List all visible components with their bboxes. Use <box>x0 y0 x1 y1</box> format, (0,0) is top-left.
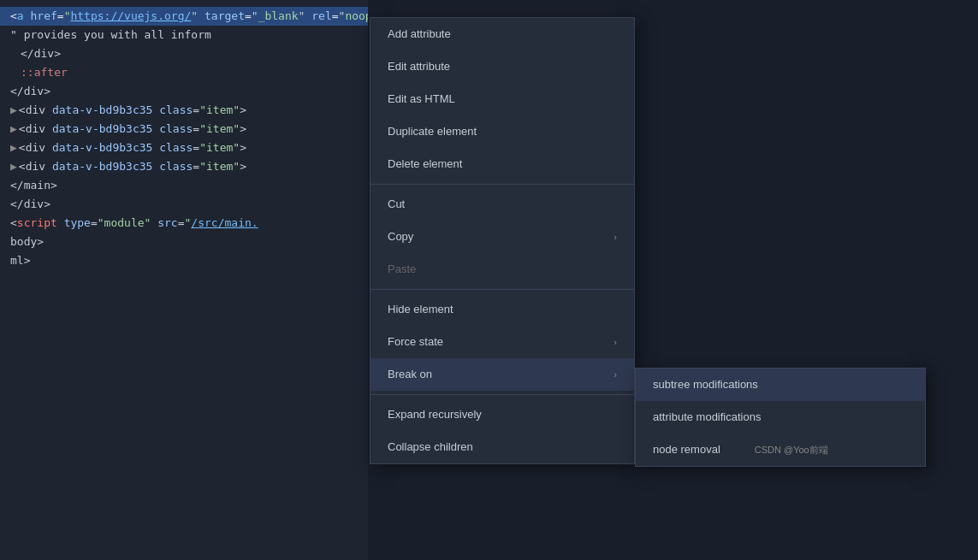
code-line: ▶<div data-v-bd9b3c35 class="item"> <box>0 101 368 120</box>
code-line: " provides you with all inform <box>0 26 368 44</box>
code-text: ml> <box>10 254 30 267</box>
code-line: ::after <box>0 63 368 82</box>
code-line: body> <box>0 233 368 251</box>
menu-item-label: Paste <box>388 260 416 279</box>
watermark-inline: CSDN @Yoo前端 <box>755 440 828 459</box>
menu-item-collapse-children[interactable]: Collapse children <box>370 431 634 463</box>
submenu-item-label: attribute modifications <box>653 408 761 427</box>
menu-item-label: Cut <box>388 195 405 214</box>
code-line: ml> <box>0 251 368 270</box>
menu-item-edit-attribute[interactable]: Edit attribute <box>370 50 634 83</box>
code-line: ▶<div data-v-bd9b3c35 class="item"> <box>0 139 368 157</box>
menu-separator-2 <box>370 289 634 290</box>
menu-item-label: Break on <box>388 365 432 384</box>
submenu-arrow-icon: › <box>613 333 617 351</box>
code-line: ▶<div data-v-bd9b3c35 class="item"> <box>0 120 368 139</box>
menu-item-label: Hide element <box>388 300 453 319</box>
menu-item-edit-as-html[interactable]: Edit as HTML <box>370 83 634 115</box>
context-menu: Add attribute Edit attribute Edit as HTM… <box>370 17 635 464</box>
menu-separator-1 <box>370 184 634 185</box>
code-text: <div data-v-bd9b3c35 class="item"> <box>19 103 246 116</box>
menu-item-copy[interactable]: Copy › <box>370 221 634 253</box>
menu-item-paste: Paste <box>370 253 634 286</box>
code-text: <div data-v-bd9b3c35 class="item"> <box>19 122 246 135</box>
submenu-arrow-icon: › <box>613 365 617 384</box>
code-text: ::after <box>21 66 68 79</box>
menu-item-force-state[interactable]: Force state › <box>370 326 634 358</box>
submenu-item-label: subtree modifications <box>653 375 758 394</box>
code-text: " provides you with all inform <box>10 28 211 41</box>
code-line: <script type="module" src="/src/main. <box>0 214 368 233</box>
code-text: body> <box>10 235 44 248</box>
menu-item-add-attribute[interactable]: Add attribute <box>370 18 634 50</box>
submenu-arrow-icon: › <box>613 227 617 246</box>
expand-triangle[interactable]: ▶ <box>10 103 17 116</box>
link-text[interactable]: https://vuejs.org/ <box>70 9 191 22</box>
code-text: <div data-v-bd9b3c35 class="item"> <box>19 141 246 154</box>
code-text: </div> <box>21 47 61 60</box>
menu-item-label: Collapse children <box>388 438 473 457</box>
menu-separator-3 <box>370 394 634 395</box>
submenu-item-label: node removal <box>653 440 720 459</box>
menu-item-hide-element[interactable]: Hide element <box>370 293 634 326</box>
menu-item-label: Expand recursively <box>388 405 482 424</box>
menu-item-label: Duplicate element <box>388 122 477 141</box>
menu-item-cut[interactable]: Cut <box>370 188 634 221</box>
code-text: <div data-v-bd9b3c35 class="item"> <box>19 160 246 173</box>
code-line: </div> <box>0 82 368 101</box>
menu-item-label: Delete element <box>388 155 462 174</box>
menu-item-label: Add attribute <box>388 25 451 44</box>
link-text[interactable]: /src/main. <box>191 216 258 229</box>
code-panel: <a href="https://vuejs.org/" target="_bl… <box>0 0 368 560</box>
menu-item-label: Edit as HTML <box>388 90 455 109</box>
code-text: </div> <box>10 197 50 210</box>
code-text: <script type="module" src="/src/main. <box>10 216 258 229</box>
code-line: </div> <box>0 195 368 214</box>
menu-item-duplicate-element[interactable]: Duplicate element <box>370 115 634 148</box>
code-line: ▶<div data-v-bd9b3c35 class="item"> <box>0 157 368 176</box>
menu-item-label: Copy <box>388 227 413 246</box>
code-text: </div> <box>10 85 50 97</box>
expand-triangle[interactable]: ▶ <box>10 122 17 135</box>
menu-item-label: Force state <box>388 333 443 351</box>
code-text: </main> <box>10 179 57 192</box>
code-line: <a href="https://vuejs.org/" target="_bl… <box>0 7 368 26</box>
menu-item-delete-element[interactable]: Delete element <box>370 148 634 180</box>
submenu-item-subtree-modifications[interactable]: subtree modifications <box>636 368 925 401</box>
code-line: </main> <box>0 176 368 195</box>
submenu-item-attribute-modifications[interactable]: attribute modifications <box>636 401 925 433</box>
expand-triangle[interactable]: ▶ <box>10 160 17 173</box>
menu-item-break-on[interactable]: Break on › <box>370 358 634 391</box>
expand-triangle[interactable]: ▶ <box>10 141 17 154</box>
code-text: <a href="https://vuejs.org/" target="_bl… <box>10 9 368 22</box>
menu-item-expand-recursively[interactable]: Expand recursively <box>370 398 634 431</box>
submenu-item-node-removal[interactable]: node removal CSDN @Yoo前端 <box>636 433 925 466</box>
menu-item-label: Edit attribute <box>388 57 450 76</box>
code-line: </div> <box>0 44 368 63</box>
break-on-submenu: subtree modifications attribute modifica… <box>635 368 926 467</box>
